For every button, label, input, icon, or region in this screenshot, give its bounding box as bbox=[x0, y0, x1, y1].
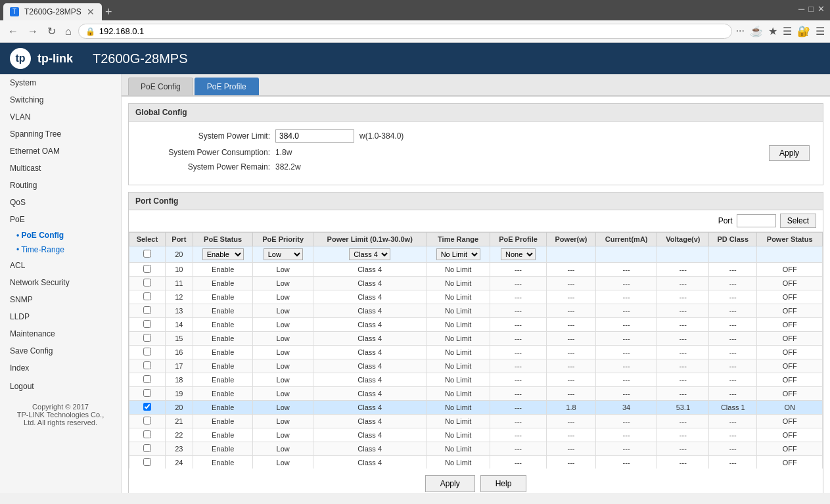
logo-text: tp bbox=[15, 53, 25, 64]
more-button[interactable]: ··· bbox=[736, 25, 745, 37]
tab-bar: T T2600G-28MPS ✕ + ─ □ ✕ bbox=[0, 0, 830, 20]
brand-name: tp-link bbox=[37, 52, 73, 66]
extension-button[interactable]: 🔐 bbox=[797, 25, 810, 37]
table-row: 15EnableLowClass 4No Limit--------------… bbox=[129, 332, 823, 346]
refresh-button[interactable]: ↻ bbox=[45, 24, 58, 39]
tab-poe-profile[interactable]: PoE Profile bbox=[195, 78, 259, 95]
port-search-input[interactable] bbox=[737, 214, 776, 227]
sidebar-item-poe[interactable]: PoE bbox=[0, 211, 121, 228]
browser-nav: ← → ↻ ⌂ 🔒 ··· ☕ ★ ☰ 🔐 ☰ bbox=[0, 20, 830, 43]
browser-tab-title: T2600G-28MPS bbox=[24, 7, 81, 16]
remain-value: 382.2w bbox=[275, 162, 301, 172]
col-header-voltage-v-: Voltage(v) bbox=[657, 233, 709, 246]
select-button[interactable]: Select bbox=[780, 214, 816, 228]
edit-poe-status-select[interactable]: EnableDisable bbox=[202, 248, 244, 260]
edit-time-range-select[interactable]: No Limit bbox=[436, 248, 480, 260]
apply-button[interactable]: Apply bbox=[425, 475, 475, 492]
global-config-section: Global Config System Power Limit: w(1.0-… bbox=[128, 103, 823, 185]
back-button[interactable]: ← bbox=[5, 24, 21, 39]
tab-bar-poe: PoE ConfigPoE Profile bbox=[122, 74, 830, 97]
sidebar-item-index[interactable]: Index bbox=[0, 359, 121, 377]
new-tab-button[interactable]: + bbox=[105, 5, 112, 19]
tab-poe-config[interactable]: PoE Config bbox=[128, 78, 193, 95]
sidebar-item-network-security[interactable]: Network Security bbox=[0, 274, 121, 291]
consumption-label: System Power Consumption: bbox=[139, 148, 270, 157]
col-header-time-range: Time Range bbox=[427, 233, 490, 246]
port-config-header: Port Select bbox=[129, 210, 823, 232]
power-limit-input[interactable] bbox=[275, 129, 354, 143]
table-edit-row[interactable]: 20EnableDisableLowHighCriticalClass 1Cla… bbox=[129, 246, 823, 263]
table-row: 20EnableLowClass 4No Limit---1.83453.1Cl… bbox=[129, 401, 823, 415]
sidebar-item-lldp[interactable]: LLDP bbox=[0, 308, 121, 325]
sidebar-item-qos[interactable]: QoS bbox=[0, 194, 121, 211]
menu-button[interactable]: ☰ bbox=[816, 25, 825, 37]
global-config-title: Global Config bbox=[129, 104, 823, 122]
sidebar-item-acl[interactable]: ACL bbox=[0, 257, 121, 274]
edit-poe-profile-select[interactable]: None bbox=[501, 248, 536, 260]
edit-row[interactable]: 20EnableDisableLowHighCriticalClass 1Cla… bbox=[129, 246, 823, 263]
power-limit-row: System Power Limit: w(1.0-384.0) bbox=[139, 129, 813, 143]
consumption-value: 1.8w bbox=[275, 148, 292, 157]
port-config-title: Port Config bbox=[129, 193, 823, 210]
edit-power-limit-select[interactable]: Class 1Class 2Class 3Class 4Class 0 bbox=[349, 248, 390, 260]
edit-row-port: 20 bbox=[165, 246, 193, 263]
sidebar-item-ethernet-oam[interactable]: Ethernet OAM bbox=[0, 143, 121, 160]
port-config-section: Port Config Port Select SelectPortPoE St… bbox=[128, 192, 823, 493]
address-bar: 🔒 bbox=[78, 24, 732, 39]
star-button[interactable]: ★ bbox=[768, 25, 777, 37]
power-limit-unit: w(1.0-384.0) bbox=[359, 131, 403, 141]
help-button[interactable]: Help bbox=[480, 475, 527, 492]
col-header-poe-priority: PoE Priority bbox=[253, 233, 313, 246]
edit-poe-priority-select[interactable]: LowHighCritical bbox=[264, 248, 303, 260]
browser-tab[interactable]: T T2600G-28MPS ✕ bbox=[3, 3, 102, 20]
app-layout: SystemSwitchingVLANSpanning TreeEthernet… bbox=[0, 74, 830, 493]
table-row: 13EnableLowClass 4No Limit--------------… bbox=[129, 304, 823, 318]
sidebar-item-spanning-tree[interactable]: Spanning Tree bbox=[0, 126, 121, 143]
col-header-power-status: Power Status bbox=[757, 233, 823, 246]
sidebar-footer: Copyright © 2017TP-LINK Technologies Co.… bbox=[0, 396, 121, 433]
sidebar-item-save-config[interactable]: Save Config bbox=[0, 342, 121, 359]
table-row: 18EnableLowClass 4No Limit--------------… bbox=[129, 373, 823, 387]
table-header: SelectPortPoE StatusPoE PriorityPower Li… bbox=[129, 233, 823, 246]
sidebar-item-vlan[interactable]: VLAN bbox=[0, 108, 121, 126]
remain-label: System Power Remain: bbox=[139, 162, 270, 172]
table-scroll-container: SelectPortPoE StatusPoE PriorityPower Li… bbox=[129, 232, 823, 469]
table-row: 21EnableLowClass 4No Limit--------------… bbox=[129, 415, 823, 428]
remain-row: System Power Remain: 382.2w bbox=[139, 162, 813, 172]
sidebar-item-time-range[interactable]: • Time-Range bbox=[0, 242, 121, 257]
col-header-power-limit--0-1w-30-0w-: Power Limit (0.1w-30.0w) bbox=[313, 233, 427, 246]
window-minimize[interactable]: ─ bbox=[798, 4, 804, 14]
col-header-poe-status: PoE Status bbox=[193, 233, 253, 246]
sidebar-item-multicast[interactable]: Multicast bbox=[0, 160, 121, 177]
sidebar-item-switching[interactable]: Switching bbox=[0, 91, 121, 108]
logout-button[interactable]: Logout bbox=[0, 377, 121, 396]
forward-button[interactable]: → bbox=[25, 24, 41, 39]
bookmark-button[interactable]: ☕ bbox=[750, 25, 763, 37]
window-close[interactable]: ✕ bbox=[818, 4, 825, 14]
global-apply-button[interactable]: Apply bbox=[769, 145, 810, 161]
port-table: SelectPortPoE StatusPoE PriorityPower Li… bbox=[129, 232, 823, 469]
col-header-pd-class: PD Class bbox=[709, 233, 757, 246]
table-row: 17EnableLowClass 4No Limit--------------… bbox=[129, 359, 823, 373]
sidebar-item-poe-config[interactable]: • PoE Config bbox=[0, 228, 121, 242]
sidebar-item-system[interactable]: System bbox=[0, 74, 121, 91]
sidebar-item-maintenance[interactable]: Maintenance bbox=[0, 325, 121, 342]
col-header-current-ma-: Current(mA) bbox=[595, 233, 657, 246]
table-row: 24EnableLowClass 4No Limit--------------… bbox=[129, 456, 823, 469]
sidebar-item-snmp[interactable]: SNMP bbox=[0, 291, 121, 308]
sidebar: SystemSwitchingVLANSpanning TreeEthernet… bbox=[0, 74, 122, 493]
main-content: PoE ConfigPoE Profile Global Config Syst… bbox=[122, 74, 830, 493]
url-input[interactable] bbox=[99, 26, 725, 36]
lock-icon: 🔒 bbox=[85, 27, 95, 36]
window-maximize[interactable]: □ bbox=[808, 4, 814, 14]
edit-row-checkbox[interactable] bbox=[143, 250, 151, 258]
port-search-label: Port bbox=[718, 216, 733, 225]
tab-close-button[interactable]: ✕ bbox=[87, 7, 95, 17]
sidebar-toggle[interactable]: ☰ bbox=[783, 25, 792, 37]
global-config-body: System Power Limit: w(1.0-384.0) System … bbox=[129, 122, 823, 185]
home-button[interactable]: ⌂ bbox=[62, 24, 74, 39]
table-row: 19EnableLowClass 4No Limit--------------… bbox=[129, 387, 823, 401]
bottom-buttons: Apply Help bbox=[129, 469, 823, 493]
logo-icon: tp bbox=[10, 48, 31, 69]
sidebar-item-routing[interactable]: Routing bbox=[0, 177, 121, 194]
